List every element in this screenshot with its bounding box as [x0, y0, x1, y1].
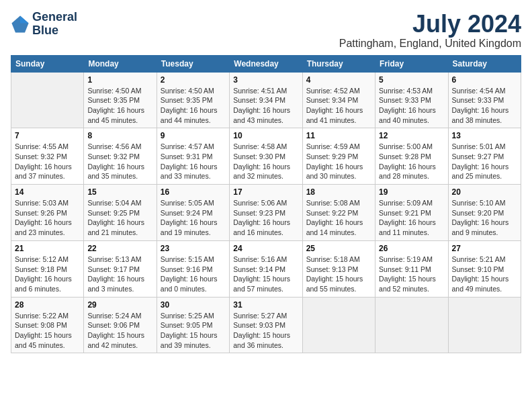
- day-number: 2: [161, 75, 226, 85]
- calendar-cell: 29Sunrise: 5:24 AM Sunset: 9:06 PM Dayli…: [84, 297, 157, 353]
- day-info: Sunrise: 4:50 AM Sunset: 9:35 PM Dayligh…: [161, 86, 226, 126]
- day-number: 23: [161, 244, 226, 253]
- day-number: 7: [15, 131, 80, 140]
- calendar-cell: 13Sunrise: 5:01 AM Sunset: 9:27 PM Dayli…: [448, 128, 521, 185]
- calendar-cell: 26Sunrise: 5:19 AM Sunset: 9:11 PM Dayli…: [375, 240, 448, 297]
- weekday-header-cell: Saturday: [448, 55, 521, 72]
- calendar-cell: 9Sunrise: 4:57 AM Sunset: 9:31 PM Daylig…: [157, 128, 229, 185]
- day-number: 30: [161, 300, 226, 310]
- calendar-cell: 14Sunrise: 5:03 AM Sunset: 9:26 PM Dayli…: [11, 185, 84, 241]
- calendar-cell: 6Sunrise: 4:54 AM Sunset: 9:33 PM Daylig…: [448, 72, 521, 128]
- logo-icon: [11, 15, 30, 34]
- day-number: 25: [306, 244, 371, 253]
- day-number: 9: [161, 131, 226, 140]
- page-header: General Blue July 2024 Pattingham, Engla…: [11, 11, 521, 50]
- calendar-cell: 16Sunrise: 5:05 AM Sunset: 9:24 PM Dayli…: [157, 185, 229, 241]
- day-info: Sunrise: 4:57 AM Sunset: 9:31 PM Dayligh…: [161, 142, 226, 181]
- day-info: Sunrise: 5:24 AM Sunset: 9:06 PM Dayligh…: [87, 311, 152, 351]
- day-number: 17: [233, 187, 298, 197]
- day-info: Sunrise: 5:18 AM Sunset: 9:13 PM Dayligh…: [306, 255, 371, 294]
- weekday-header-cell: Friday: [375, 55, 448, 72]
- calendar-week-row: 21Sunrise: 5:12 AM Sunset: 9:18 PM Dayli…: [11, 240, 521, 297]
- calendar-week-row: 28Sunrise: 5:22 AM Sunset: 9:08 PM Dayli…: [11, 297, 521, 353]
- weekday-header-cell: Sunday: [11, 55, 84, 72]
- day-info: Sunrise: 5:19 AM Sunset: 9:11 PM Dayligh…: [379, 255, 444, 294]
- day-info: Sunrise: 5:10 AM Sunset: 9:20 PM Dayligh…: [452, 198, 517, 238]
- calendar-cell: [302, 297, 375, 353]
- day-info: Sunrise: 5:05 AM Sunset: 9:24 PM Dayligh…: [161, 198, 226, 238]
- day-number: 13: [452, 131, 517, 140]
- calendar-cell: 8Sunrise: 4:56 AM Sunset: 9:32 PM Daylig…: [84, 128, 157, 185]
- location: Pattingham, England, United Kingdom: [339, 38, 521, 50]
- day-number: 31: [233, 300, 298, 310]
- calendar-cell: 27Sunrise: 5:21 AM Sunset: 9:10 PM Dayli…: [448, 240, 521, 297]
- calendar-cell: 23Sunrise: 5:15 AM Sunset: 9:16 PM Dayli…: [157, 240, 229, 297]
- calendar-cell: 22Sunrise: 5:13 AM Sunset: 9:17 PM Dayli…: [84, 240, 157, 297]
- day-number: 14: [15, 187, 80, 197]
- calendar-cell: [448, 297, 521, 353]
- svg-marker-1: [20, 15, 29, 23]
- day-info: Sunrise: 4:54 AM Sunset: 9:33 PM Dayligh…: [452, 86, 517, 126]
- weekday-header-row: SundayMondayTuesdayWednesdayThursdayFrid…: [11, 55, 521, 72]
- day-info: Sunrise: 4:56 AM Sunset: 9:32 PM Dayligh…: [87, 142, 152, 181]
- day-number: 29: [87, 300, 152, 310]
- calendar-cell: 10Sunrise: 4:58 AM Sunset: 9:30 PM Dayli…: [230, 128, 302, 185]
- day-number: 28: [15, 300, 80, 310]
- day-number: 10: [233, 131, 298, 140]
- calendar-cell: [375, 297, 448, 353]
- day-info: Sunrise: 5:13 AM Sunset: 9:17 PM Dayligh…: [87, 255, 152, 294]
- day-info: Sunrise: 5:16 AM Sunset: 9:14 PM Dayligh…: [233, 255, 298, 294]
- calendar-week-row: 7Sunrise: 4:55 AM Sunset: 9:32 PM Daylig…: [11, 128, 521, 185]
- calendar-cell: 15Sunrise: 5:04 AM Sunset: 9:25 PM Dayli…: [84, 185, 157, 241]
- calendar-cell: 30Sunrise: 5:25 AM Sunset: 9:05 PM Dayli…: [157, 297, 229, 353]
- day-number: 6: [452, 75, 517, 85]
- calendar-cell: 5Sunrise: 4:53 AM Sunset: 9:33 PM Daylig…: [375, 72, 448, 128]
- logo-text: General Blue: [32, 11, 77, 38]
- calendar-cell: [11, 72, 84, 128]
- day-info: Sunrise: 5:25 AM Sunset: 9:05 PM Dayligh…: [161, 311, 226, 351]
- calendar-cell: 20Sunrise: 5:10 AM Sunset: 9:20 PM Dayli…: [448, 185, 521, 241]
- day-info: Sunrise: 5:08 AM Sunset: 9:22 PM Dayligh…: [306, 198, 371, 238]
- calendar-cell: 2Sunrise: 4:50 AM Sunset: 9:35 PM Daylig…: [157, 72, 229, 128]
- calendar-cell: 12Sunrise: 5:00 AM Sunset: 9:28 PM Dayli…: [375, 128, 448, 185]
- calendar-cell: 17Sunrise: 5:06 AM Sunset: 9:23 PM Dayli…: [230, 185, 302, 241]
- day-number: 15: [87, 187, 152, 197]
- calendar-cell: 25Sunrise: 5:18 AM Sunset: 9:13 PM Dayli…: [302, 240, 375, 297]
- day-info: Sunrise: 4:52 AM Sunset: 9:34 PM Dayligh…: [306, 86, 371, 126]
- calendar-cell: 21Sunrise: 5:12 AM Sunset: 9:18 PM Dayli…: [11, 240, 84, 297]
- day-info: Sunrise: 5:04 AM Sunset: 9:25 PM Dayligh…: [87, 198, 152, 238]
- day-number: 18: [306, 187, 371, 197]
- day-info: Sunrise: 5:03 AM Sunset: 9:26 PM Dayligh…: [15, 198, 80, 238]
- day-number: 4: [306, 75, 371, 85]
- day-number: 3: [233, 75, 298, 85]
- day-number: 19: [379, 187, 444, 197]
- day-number: 8: [87, 131, 152, 140]
- day-number: 20: [452, 187, 517, 197]
- day-number: 16: [161, 187, 226, 197]
- calendar-week-row: 1Sunrise: 4:50 AM Sunset: 9:35 PM Daylig…: [11, 72, 521, 128]
- day-info: Sunrise: 5:09 AM Sunset: 9:21 PM Dayligh…: [379, 198, 444, 238]
- weekday-header-cell: Thursday: [302, 55, 375, 72]
- month-year: July 2024: [339, 11, 521, 38]
- day-number: 26: [379, 244, 444, 253]
- day-number: 11: [306, 131, 371, 140]
- title-block: July 2024 Pattingham, England, United Ki…: [339, 11, 521, 50]
- day-info: Sunrise: 5:15 AM Sunset: 9:16 PM Dayligh…: [161, 255, 226, 294]
- day-number: 27: [452, 244, 517, 253]
- day-info: Sunrise: 5:21 AM Sunset: 9:10 PM Dayligh…: [452, 255, 517, 294]
- calendar-cell: 3Sunrise: 4:51 AM Sunset: 9:34 PM Daylig…: [230, 72, 302, 128]
- calendar-cell: 31Sunrise: 5:27 AM Sunset: 9:03 PM Dayli…: [230, 297, 302, 353]
- calendar-cell: 11Sunrise: 4:59 AM Sunset: 9:29 PM Dayli…: [302, 128, 375, 185]
- calendar-body: 1Sunrise: 4:50 AM Sunset: 9:35 PM Daylig…: [11, 72, 521, 353]
- day-info: Sunrise: 5:01 AM Sunset: 9:27 PM Dayligh…: [452, 142, 517, 181]
- day-info: Sunrise: 5:06 AM Sunset: 9:23 PM Dayligh…: [233, 198, 298, 238]
- calendar-cell: 24Sunrise: 5:16 AM Sunset: 9:14 PM Dayli…: [230, 240, 302, 297]
- calendar-cell: 28Sunrise: 5:22 AM Sunset: 9:08 PM Dayli…: [11, 297, 84, 353]
- calendar-cell: 7Sunrise: 4:55 AM Sunset: 9:32 PM Daylig…: [11, 128, 84, 185]
- calendar-cell: 1Sunrise: 4:50 AM Sunset: 9:35 PM Daylig…: [84, 72, 157, 128]
- day-info: Sunrise: 4:59 AM Sunset: 9:29 PM Dayligh…: [306, 142, 371, 181]
- calendar-cell: 4Sunrise: 4:52 AM Sunset: 9:34 PM Daylig…: [302, 72, 375, 128]
- day-number: 22: [87, 244, 152, 253]
- day-info: Sunrise: 4:51 AM Sunset: 9:34 PM Dayligh…: [233, 86, 298, 126]
- day-info: Sunrise: 4:58 AM Sunset: 9:30 PM Dayligh…: [233, 142, 298, 181]
